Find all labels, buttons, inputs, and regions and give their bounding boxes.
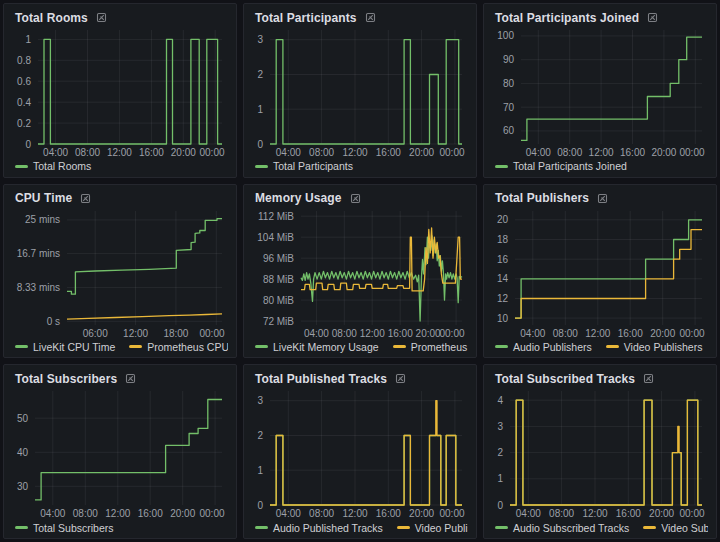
time-series-chart[interactable]: 0 s8.33 mins16.7 mins25 mins06:0012:0018… (12, 207, 228, 340)
chart-area: 00.20.40.60.8104:0008:0012:0016:0020:000… (12, 26, 228, 159)
legend-swatch (15, 526, 28, 529)
chart-area: 0 s8.33 mins16.7 mins25 mins06:0012:0018… (12, 207, 228, 340)
legend: Audio Subscribed TracksVideo Subscribed … (492, 520, 708, 535)
panel-description-icon[interactable] (96, 12, 107, 23)
x-axis-tick-label: 18:00 (163, 328, 188, 339)
panel-memory-usage: Memory Usage72 MiB80 MiB88 MiB96 MiB104 … (243, 184, 477, 359)
legend-item-audio-published-tracks[interactable]: Audio Published Tracks (255, 522, 383, 534)
legend-item-prometheus-cpu-time[interactable]: Prometheus CPU Time (129, 341, 228, 353)
legend-item-video-published-tracks[interactable]: Video Published Tracks (397, 522, 468, 534)
chart-area: 012304:0008:0012:0016:0020:0000:00 (252, 26, 468, 159)
panel-title[interactable]: CPU Time (15, 191, 72, 205)
y-axis-tick-label: 88 MiB (263, 273, 294, 284)
legend-swatch (255, 526, 268, 529)
time-series-chart[interactable]: 012304:0008:0012:0016:0020:0000:00 (252, 387, 468, 520)
panel-cpu-time: CPU Time0 s8.33 mins16.7 mins25 mins06:0… (3, 184, 237, 359)
time-series-chart[interactable]: 10121416182004:0008:0012:0016:0020:0000:… (492, 207, 708, 340)
legend-label: LiveKit CPU Time (33, 341, 115, 353)
y-axis-tick-label: 72 MiB (263, 315, 294, 326)
legend-item-video-publishers[interactable]: Video Publishers (606, 341, 703, 353)
y-axis-tick-label: 20 (497, 214, 509, 225)
legend-item-livekit-memory-usage[interactable]: LiveKit Memory Usage (255, 341, 379, 353)
panel-title[interactable]: Total Published Tracks (255, 372, 387, 386)
y-axis-tick-label: 2 (497, 447, 503, 458)
legend-item-total-participants[interactable]: Total Participants (255, 160, 353, 172)
x-axis-tick-label: 00:00 (439, 328, 464, 339)
y-axis-tick-label: 8.33 mins (17, 282, 60, 293)
legend-swatch (495, 165, 508, 168)
panel-title[interactable]: Total Participants Joined (495, 11, 639, 25)
panel-description-icon[interactable] (395, 373, 406, 384)
panel-description-icon[interactable] (643, 373, 654, 384)
panel-description-icon[interactable] (125, 373, 136, 384)
panel-title[interactable]: Memory Usage (255, 191, 342, 205)
legend-swatch (255, 345, 268, 348)
legend-item-audio-publishers[interactable]: Audio Publishers (495, 341, 592, 353)
legend-item-video-subscribed-tracks[interactable]: Video Subscribed Tracks (643, 522, 708, 534)
panel-header: Total Published Tracks (252, 370, 468, 387)
series-line-total-participants-joined (521, 37, 702, 140)
legend-swatch (495, 526, 508, 529)
time-series-chart[interactable]: 72 MiB80 MiB88 MiB96 MiB104 MiB112 MiB04… (252, 207, 468, 340)
time-series-chart[interactable]: 30405004:0008:0012:0016:0020:0000:00 (12, 387, 228, 520)
legend-item-total-participants-joined[interactable]: Total Participants Joined (495, 160, 627, 172)
panel-total-subscribed-tracks: Total Subscribed Tracks0123404:0008:0012… (483, 364, 717, 539)
legend-item-livekit-cpu-time[interactable]: LiveKit CPU Time (15, 341, 115, 353)
panel-description-icon[interactable] (647, 12, 658, 23)
chart-area: 6070809010004:0008:0012:0016:0020:0000:0… (492, 26, 708, 159)
x-axis-tick-label: 12:00 (342, 147, 367, 158)
y-axis-tick-label: 10 (497, 312, 509, 323)
panel-description-icon[interactable] (350, 193, 361, 204)
x-axis-tick-label: 04:00 (276, 147, 301, 158)
dashboard-grid: Total Rooms00.20.40.60.8104:0008:0012:00… (0, 0, 720, 542)
panel-title[interactable]: Total Publishers (495, 191, 589, 205)
x-axis-tick-label: 12:00 (360, 328, 385, 339)
x-axis-tick-label: 00:00 (679, 328, 704, 339)
y-axis-tick-label: 12 (497, 293, 509, 304)
y-axis-tick-label: 3 (257, 396, 263, 407)
panel-title[interactable]: Total Rooms (15, 11, 88, 25)
legend: LiveKit CPU TimePrometheus CPU Time (12, 339, 228, 354)
legend-swatch (397, 526, 410, 529)
x-axis-tick-label: 20:00 (409, 508, 434, 519)
panel-header: Memory Usage (252, 190, 468, 207)
panel-description-icon[interactable] (365, 12, 376, 23)
x-axis-tick-label: 08:00 (73, 508, 98, 519)
panel-description-icon[interactable] (597, 193, 608, 204)
y-axis-tick-label: 80 MiB (263, 294, 294, 305)
legend: Total Subscribers (12, 520, 228, 535)
series-line-video-published-tracks (270, 401, 462, 505)
x-axis-tick-label: 16:00 (139, 147, 164, 158)
time-series-chart[interactable]: 0123404:0008:0012:0016:0020:0000:00 (492, 387, 708, 520)
panel-description-icon[interactable] (80, 193, 91, 204)
panel-header: Total Participants (252, 9, 468, 26)
time-series-chart[interactable]: 6070809010004:0008:0012:0016:0020:0000:0… (492, 26, 708, 159)
legend-swatch (393, 345, 406, 348)
legend-label: Total Participants Joined (513, 160, 627, 172)
x-axis-tick-label: 00:00 (199, 508, 224, 519)
y-axis-tick-label: 60 (503, 125, 515, 136)
y-axis-tick-label: 16 (497, 253, 509, 264)
chart-area: 72 MiB80 MiB88 MiB96 MiB104 MiB112 MiB04… (252, 207, 468, 340)
legend-item-prometheus-memory-usage[interactable]: Prometheus Memory Usage (393, 341, 468, 353)
legend-label: Video Published Tracks (415, 522, 468, 534)
panel-title[interactable]: Total Subscribers (15, 372, 117, 386)
time-series-chart[interactable]: 012304:0008:0012:0016:0020:0000:00 (252, 26, 468, 159)
panel-title[interactable]: Total Participants (255, 11, 357, 25)
legend-label: Audio Publishers (513, 341, 592, 353)
x-axis-tick-label: 20:00 (416, 328, 441, 339)
legend-item-audio-subscribed-tracks[interactable]: Audio Subscribed Tracks (495, 522, 629, 534)
time-series-chart[interactable]: 00.20.40.60.8104:0008:0012:0016:0020:000… (12, 26, 228, 159)
y-axis-tick-label: 0.8 (17, 55, 31, 66)
series-line-total-subscribers (35, 400, 222, 500)
legend-item-total-subscribers[interactable]: Total Subscribers (15, 522, 114, 534)
y-axis-tick-label: 50 (17, 413, 29, 424)
legend-label: Audio Subscribed Tracks (513, 522, 629, 534)
legend: Audio Published TracksVideo Published Tr… (252, 520, 468, 535)
y-axis-tick-label: 80 (503, 78, 515, 89)
x-axis-tick-label: 08:00 (553, 328, 578, 339)
legend-label: Video Publishers (624, 341, 703, 353)
panel-title[interactable]: Total Subscribed Tracks (495, 372, 635, 386)
x-axis-tick-label: 00:00 (679, 508, 704, 519)
legend-item-total-rooms[interactable]: Total Rooms (15, 160, 91, 172)
